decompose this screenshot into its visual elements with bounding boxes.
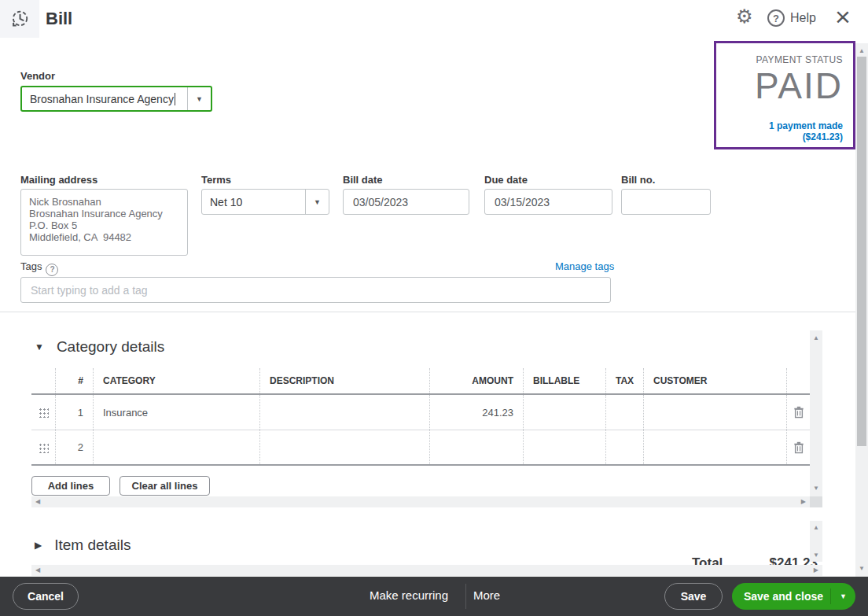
table-row: 1 Insurance 241.23 <box>31 395 810 430</box>
scroll-right-icon[interactable]: ▶ <box>814 567 818 574</box>
recent-transactions-button[interactable] <box>0 0 39 38</box>
table-header-row: # CATEGORY DESCRIPTION AMOUNT BILLABLE T… <box>31 368 810 395</box>
trash-icon <box>793 406 804 419</box>
drag-column-header <box>31 368 55 393</box>
clear-all-lines-button[interactable]: Clear all lines <box>120 476 210 496</box>
amount-cell[interactable]: 241.23 <box>429 395 523 430</box>
payment-status-value: PAID <box>726 67 843 105</box>
scroll-up-icon[interactable]: ▲ <box>813 525 819 531</box>
tax-cell[interactable] <box>605 395 643 430</box>
tax-cell[interactable] <box>605 430 643 464</box>
page-scrollbar[interactable]: ▲ ▼ <box>855 43 868 577</box>
action-column-header <box>786 368 810 393</box>
bill-no-field[interactable] <box>621 189 711 215</box>
description-cell[interactable] <box>259 430 429 464</box>
customer-cell[interactable] <box>643 395 786 430</box>
scroll-right-icon[interactable]: ▶ <box>801 499 806 505</box>
vendor-select[interactable]: Brosnahan Insurance Agency ▼ <box>20 86 212 112</box>
drag-handle-icon[interactable] <box>31 430 55 464</box>
close-icon[interactable]: × <box>835 2 851 32</box>
description-cell[interactable] <box>259 395 429 430</box>
save-and-close-label: Save and close <box>732 590 830 603</box>
payment-status-label: PAYMENT STATUS <box>726 54 843 65</box>
trash-icon <box>793 441 804 454</box>
add-lines-button[interactable]: Add lines <box>31 476 110 496</box>
amount-cell[interactable] <box>429 430 523 464</box>
manage-tags-link[interactable]: Manage tags <box>555 260 614 272</box>
due-date-field[interactable] <box>484 189 612 215</box>
category-details-title: Category details <box>57 338 164 356</box>
section-divider <box>0 312 855 312</box>
triangle-down-icon: ▼ <box>35 341 44 352</box>
col-billable: BILLABLE <box>523 368 605 393</box>
scrollbar-thumb[interactable] <box>857 57 866 446</box>
tags-input[interactable] <box>20 277 611 303</box>
chevron-down-icon[interactable]: ▼ <box>830 588 855 604</box>
gear-icon[interactable]: ⚙ <box>736 7 753 26</box>
bill-date-field[interactable] <box>343 189 469 215</box>
col-customer: CUSTOMER <box>643 368 786 393</box>
scroll-up-icon[interactable]: ▲ <box>813 335 819 341</box>
item-details-toggle[interactable]: ▶ Item details <box>35 537 131 554</box>
help-question-icon: ? <box>767 9 785 27</box>
payment-status-card: PAYMENT STATUS PAID 1 payment made ($241… <box>714 41 855 149</box>
category-vertical-scrollbar[interactable]: ▲ ▼ <box>810 330 822 496</box>
scroll-left-icon[interactable]: ◀ <box>35 567 40 574</box>
history-clock-icon <box>9 9 30 29</box>
chevron-down-icon[interactable]: ▼ <box>305 190 329 214</box>
category-cell[interactable]: Insurance <box>93 395 259 430</box>
scrollbar-corner <box>810 496 822 507</box>
total-label: Total <box>692 555 723 565</box>
bill-date-label: Bill date <box>343 174 383 186</box>
delete-row-button[interactable] <box>786 395 810 430</box>
page-title: Bill <box>46 9 72 29</box>
help-label: Help <box>790 11 816 25</box>
save-and-close-button[interactable]: Save and close ▼ <box>732 583 855 610</box>
delete-row-button[interactable] <box>786 430 810 464</box>
vendor-value: Brosnahan Insurance Agency <box>30 93 174 105</box>
item-details-title: Item details <box>54 537 131 554</box>
footer-divider <box>465 584 466 609</box>
terms-select[interactable]: Net 10 ▼ <box>201 189 329 215</box>
terms-value: Net 10 <box>202 190 305 214</box>
bill-no-label: Bill no. <box>621 174 655 186</box>
scroll-down-icon[interactable]: ▼ <box>813 552 819 559</box>
scroll-down-icon[interactable]: ▼ <box>859 566 865 572</box>
payments-made-link[interactable]: 1 payment made ($241.23) <box>726 120 843 142</box>
triangle-right-icon: ▶ <box>35 540 42 551</box>
category-cell[interactable] <box>93 430 259 464</box>
save-button[interactable]: Save <box>664 583 723 610</box>
col-num: # <box>55 368 93 393</box>
text-cursor <box>175 93 175 105</box>
col-amount: AMOUNT <box>429 368 523 393</box>
make-recurring-button[interactable]: Make recurring <box>370 588 448 602</box>
bill-window: Bill ⚙ ? Help × PAYMENT STATUS PAID 1 pa… <box>0 0 868 616</box>
tags-label: Tags? <box>20 260 58 276</box>
col-description: DESCRIPTION <box>259 368 429 393</box>
row-number: 2 <box>55 430 93 464</box>
item-vertical-scrollbar[interactable]: ▲ ▼ <box>810 521 822 562</box>
billable-cell[interactable] <box>523 430 605 464</box>
mailing-address-field[interactable]: Nick Brosnahan Brosnahan Insurance Agenc… <box>20 189 188 256</box>
col-tax: TAX <box>605 368 643 393</box>
scroll-left-icon[interactable]: ◀ <box>35 499 40 505</box>
row-number: 1 <box>55 395 93 430</box>
scroll-up-icon[interactable]: ▲ <box>859 48 865 54</box>
customer-cell[interactable] <box>643 430 786 464</box>
category-details-table: # CATEGORY DESCRIPTION AMOUNT BILLABLE T… <box>31 368 810 466</box>
bottom-horizontal-scrollbar[interactable]: ◀ ▶ <box>31 565 822 576</box>
chevron-down-icon[interactable]: ▼ <box>187 87 211 110</box>
billable-cell[interactable] <box>523 395 605 430</box>
total-row: Total $241.23 <box>676 555 849 565</box>
vendor-label: Vendor <box>20 70 55 82</box>
category-details-toggle[interactable]: ▼ Category details <box>35 338 164 356</box>
col-category: CATEGORY <box>93 368 259 393</box>
cancel-button[interactable]: Cancel <box>13 583 79 610</box>
more-button[interactable]: More <box>473 588 500 602</box>
footer-toolbar: Cancel Make recurring More Save Save and… <box>0 577 868 616</box>
help-button[interactable]: ? Help <box>767 9 816 27</box>
scroll-down-icon[interactable]: ▼ <box>813 485 819 492</box>
category-horizontal-scrollbar[interactable]: ◀ ▶ <box>31 496 810 507</box>
drag-handle-icon[interactable] <box>31 395 55 430</box>
tags-help-icon[interactable]: ? <box>46 264 58 276</box>
